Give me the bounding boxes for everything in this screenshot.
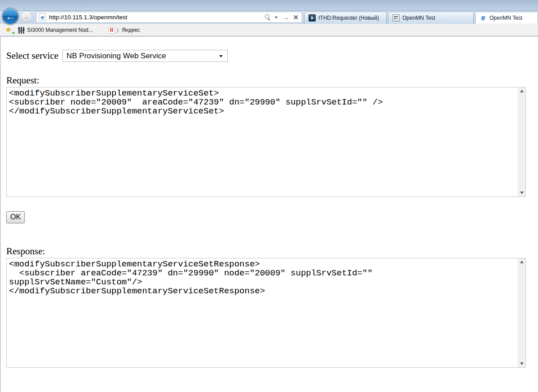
forward-arrow-icon: → bbox=[23, 13, 30, 20]
request-scrollbar[interactable] bbox=[518, 87, 525, 196]
window-titlebar bbox=[0, 0, 538, 11]
response-textarea[interactable]: <modifySubscriberSupplementaryServiceSet… bbox=[7, 258, 518, 367]
forward-button[interactable]: → bbox=[20, 11, 32, 23]
url-input[interactable]: http://10.115.1.3/openmn/test bbox=[49, 14, 265, 21]
favorite-yandex[interactable]: Я ❯ Яндекс bbox=[106, 26, 142, 35]
select-service-label: Select service bbox=[6, 50, 58, 61]
go-arrow-icon[interactable]: → bbox=[282, 14, 289, 21]
internet-explorer-icon: e bbox=[480, 14, 487, 22]
page-content: Select service NB Provisioning Web Servi… bbox=[0, 37, 538, 392]
favorite-label: SI3000 Management Nod... bbox=[27, 27, 93, 33]
service-select-value: NB Provisioning Web Service bbox=[66, 52, 166, 61]
tab-bar: ITHD:Requester (Новый) OpenMN Test e Ope… bbox=[304, 11, 538, 24]
stop-icon[interactable]: ✕ bbox=[293, 14, 299, 21]
ok-button[interactable]: OK bbox=[6, 211, 25, 223]
response-box: <modifySubscriberSupplementaryServiceSet… bbox=[6, 258, 526, 368]
chrome-page-separator bbox=[0, 36, 538, 37]
generic-app-icon bbox=[392, 14, 400, 22]
tab-label: OpenMN Test bbox=[489, 15, 522, 21]
favorites-bar: SI3000 Management Nod... Я ❯ Яндекс bbox=[0, 24, 538, 36]
tab-openmn-test-2-active[interactable]: e OpenMN Test bbox=[475, 12, 538, 24]
scroll-down-icon[interactable] bbox=[520, 362, 524, 365]
address-bar[interactable]: e http://10.115.1.3/openmn/test → ✕ bbox=[36, 12, 302, 23]
scroll-up-icon[interactable] bbox=[520, 90, 524, 92]
add-favorite-button[interactable] bbox=[3, 26, 16, 35]
navigation-bar: e http://10.115.1.3/openmn/test → ✕ ITHD… bbox=[0, 11, 538, 24]
favorites-star-icon bbox=[5, 26, 13, 34]
scroll-up-icon[interactable] bbox=[520, 261, 524, 263]
tab-ithd-requester[interactable]: ITHD:Requester (Новый) bbox=[304, 12, 387, 24]
request-label: Request: bbox=[6, 75, 538, 86]
service-select[interactable]: NB Provisioning Web Service bbox=[62, 50, 228, 62]
si3000-sliders-icon bbox=[18, 27, 25, 34]
request-box: <modifySubscriberSupplementaryServiceSet… bbox=[6, 87, 526, 197]
tab-openmn-test-1[interactable]: OpenMN Test bbox=[388, 12, 474, 24]
ithd-app-icon bbox=[309, 14, 316, 22]
yandex-chevron-icon: ❯ bbox=[116, 28, 119, 33]
search-icon[interactable] bbox=[265, 14, 270, 20]
browser-chrome: ← → e http://10.115.1.3/openmn/test → ✕ … bbox=[0, 0, 538, 37]
search-dropdown-caret-icon[interactable] bbox=[274, 17, 278, 18]
tab-label: ITHD:Requester (Новый) bbox=[318, 15, 379, 21]
service-row: Select service NB Provisioning Web Servi… bbox=[6, 50, 538, 62]
response-scrollbar[interactable] bbox=[518, 258, 525, 367]
tab-label: OpenMN Test bbox=[402, 15, 435, 21]
favorite-label: Яндекс bbox=[122, 27, 140, 33]
back-button[interactable]: ← bbox=[2, 8, 19, 25]
page-favicon-icon: e bbox=[39, 13, 46, 21]
favorite-si3000[interactable]: SI3000 Management Nod... bbox=[16, 26, 95, 35]
response-label: Response: bbox=[6, 246, 538, 257]
yandex-icon: Я bbox=[108, 27, 115, 34]
request-textarea[interactable]: <modifySubscriberSupplementaryServiceSet… bbox=[7, 87, 518, 196]
select-caret-icon bbox=[219, 55, 223, 57]
back-arrow-icon: ← bbox=[6, 12, 15, 21]
scroll-down-icon[interactable] bbox=[520, 192, 524, 194]
